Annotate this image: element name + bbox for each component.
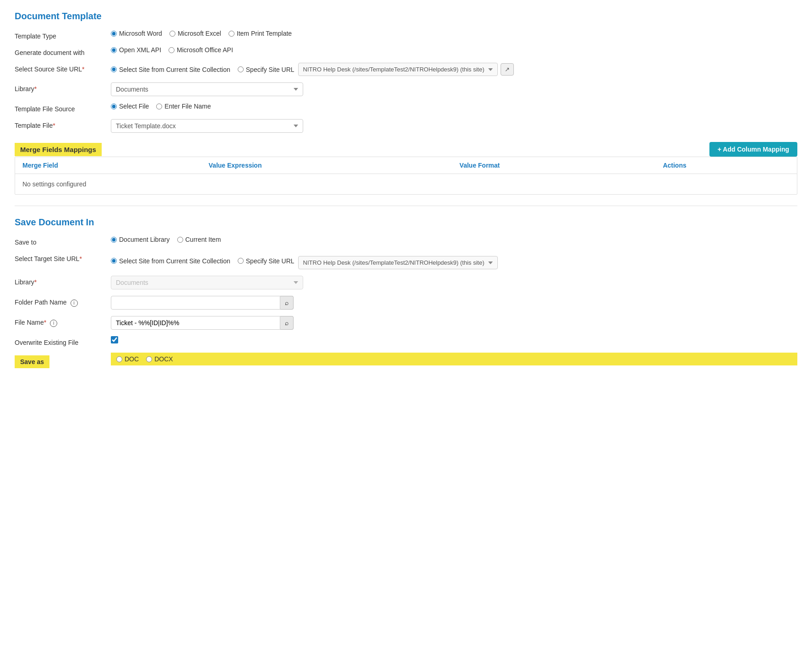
radio-ms-excel-input[interactable] [169,31,175,37]
library-source-label: Library* [15,82,111,93]
source-site-url-radio-group: Select Site from Current Site Collection… [111,66,294,73]
template-file-source-controls: Select File Enter File Name [111,103,797,110]
radio-ms-office[interactable]: Microsoft Office API [169,46,233,54]
library-source-dropdown[interactable]: Documents [111,82,303,96]
radio-doc[interactable]: DOC [116,355,139,363]
radio-open-xml-input[interactable] [111,47,117,53]
folder-path-info-icon: i [71,299,78,307]
radio-ms-word-label: Microsoft Word [119,30,162,37]
file-name-controls: ⌕ [111,316,797,330]
overwrite-controls [111,336,797,343]
source-site-url-dropdown-row: NITRO Help Desk (/sites/TemplateTest2/NI… [298,63,514,76]
radio-select-file-input[interactable] [111,103,117,109]
radio-select-file-label: Select File [119,103,149,110]
radio-ms-excel[interactable]: Microsoft Excel [169,30,221,37]
merge-fields-table-container: Merge Field Value Expression Value Forma… [15,157,797,195]
radio-specify-url-source-label: Specify Site URL [246,66,294,73]
folder-path-label: Folder Path Name i [15,296,111,307]
radio-specify-url-source[interactable]: Specify Site URL [238,66,294,73]
source-site-url-dropdown[interactable]: NITRO Help Desk (/sites/TemplateTest2/NI… [298,63,498,76]
save-document-in-title: Save Document In [15,217,797,228]
target-site-url-row: Select Target Site URL* Select Site from… [15,252,797,269]
radio-specify-url-target[interactable]: Specify Site URL [238,257,294,265]
radio-ms-office-label: Microsoft Office API [177,46,233,54]
save-to-controls: Document Library Current Item [111,236,797,243]
col-merge-field: Merge Field [15,157,202,174]
section-divider [15,206,797,206]
radio-docx-input[interactable] [146,356,152,362]
folder-path-input[interactable] [111,296,280,310]
no-settings-text: No settings configured [15,174,797,195]
target-site-url-label: Select Target Site URL* [15,252,111,262]
merge-fields-header: Merge Fields Mappings + Add Column Mappi… [15,142,797,157]
library-save-dropdown[interactable]: Documents [111,276,303,289]
radio-ms-excel-label: Microsoft Excel [178,30,221,37]
library-save-label: Library* [15,276,111,286]
radio-item-print[interactable]: Item Print Template [229,30,292,37]
radio-specify-url-source-input[interactable] [238,66,244,72]
file-name-browse-button[interactable]: ⌕ [280,316,294,330]
folder-path-input-group: ⌕ [111,296,294,310]
radio-current-collection-source-input[interactable] [111,66,117,72]
radio-select-file[interactable]: Select File [111,103,149,110]
radio-enter-file-name[interactable]: Enter File Name [156,103,211,110]
add-column-mapping-button[interactable]: + Add Column Mapping [709,142,797,157]
template-type-controls: Microsoft Word Microsoft Excel Item Prin… [111,30,797,37]
target-site-url-controls: Select Site from Current Site Collection… [111,252,797,269]
target-site-url-dropdown[interactable]: NITRO Help Desk (/sites/TemplateTest2/NI… [298,256,498,269]
template-file-source-row: Template File Source Select File Enter F… [15,103,797,113]
radio-specify-url-target-input[interactable] [238,258,244,264]
radio-current-item-label: Current Item [185,236,221,243]
radio-current-item[interactable]: Current Item [177,236,221,243]
document-template-section: Document Template Template Type Microsof… [15,11,797,195]
external-link-icon: ↗ [505,66,510,73]
folder-path-browse-button[interactable]: ⌕ [280,296,294,310]
radio-current-collection-target-input[interactable] [111,258,117,264]
file-name-info-icon: i [50,320,57,327]
radio-ms-word-input[interactable] [111,31,117,37]
file-name-browse-icon: ⌕ [285,319,289,327]
library-source-controls: Documents [111,82,797,96]
source-site-url-external-link-button[interactable]: ↗ [501,63,514,76]
radio-current-collection-target-label: Select Site from Current Site Collection [119,257,230,265]
radio-document-library[interactable]: Document Library [111,236,170,243]
radio-current-collection-source[interactable]: Select Site from Current Site Collection [111,66,230,73]
radio-enter-file-name-label: Enter File Name [164,103,211,110]
radio-specify-url-target-label: Specify Site URL [246,257,294,265]
template-file-dropdown[interactable]: Ticket Template.docx [111,119,303,133]
radio-doc-input[interactable] [116,356,122,362]
template-type-label: Template Type [15,30,111,40]
template-type-row: Template Type Microsoft Word Microsoft E… [15,30,797,40]
radio-enter-file-name-input[interactable] [156,103,162,109]
merge-fields-table: Merge Field Value Expression Value Forma… [15,157,797,194]
radio-open-xml[interactable]: Open XML API [111,46,161,54]
file-name-input-group: ⌕ [111,316,294,330]
merge-fields-section: Merge Fields Mappings + Add Column Mappi… [15,142,797,195]
source-site-url-required: * [82,65,84,73]
template-file-row: Template File* Ticket Template.docx [15,119,797,133]
radio-doc-label: DOC [125,355,139,363]
radio-ms-word[interactable]: Microsoft Word [111,30,162,37]
save-as-label-wrapper: Save as [15,353,111,368]
radio-ms-office-input[interactable] [169,47,174,53]
radio-current-item-input[interactable] [177,237,183,243]
folder-path-browse-icon: ⌕ [285,299,289,306]
file-name-input[interactable] [111,316,280,330]
library-save-controls: Documents [111,276,797,289]
radio-docx[interactable]: DOCX [146,355,173,363]
col-value-format: Value Format [452,157,655,174]
radio-docx-label: DOCX [154,355,173,363]
radio-document-library-input[interactable] [111,237,117,243]
radio-current-collection-target[interactable]: Select Site from Current Site Collection [111,257,230,265]
save-to-label: Save to [15,236,111,246]
merge-fields-label: Merge Fields Mappings [15,143,102,156]
file-name-row: File Name* i ⌕ [15,316,797,330]
save-as-controls: DOC DOCX [111,353,797,365]
folder-path-controls: ⌕ [111,296,797,310]
overwrite-checkbox[interactable] [111,336,118,343]
generate-document-row: Generate document with Open XML API Micr… [15,46,797,56]
radio-item-print-input[interactable] [229,31,234,37]
template-file-label: Template File* [15,119,111,129]
save-to-row: Save to Document Library Current Item [15,236,797,246]
overwrite-row: Overwrite Existing File [15,336,797,346]
